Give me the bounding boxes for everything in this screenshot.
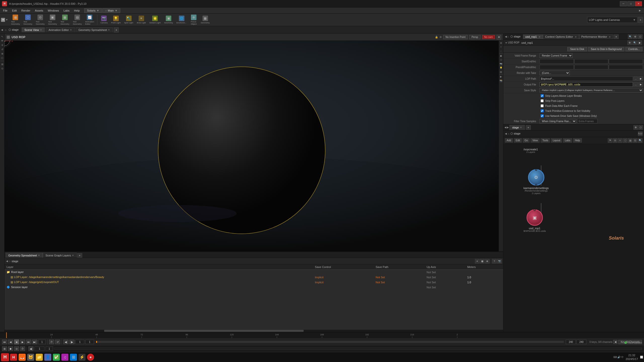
- anim-mode-btn[interactable]: ⏱: [20, 346, 25, 351]
- move-tool[interactable]: ✛: [1, 43, 4, 47]
- prev-frame-btn[interactable]: ◀: [8, 340, 13, 344]
- record-btn[interactable]: ⏺: [8, 346, 13, 351]
- camera-btn[interactable]: 📷 Camera: [99, 15, 109, 24]
- ng-chain-btn[interactable]: ⛓: [633, 138, 637, 143]
- node-graph-canvas[interactable]: Solaris /sopcreate1 2 Layers ⚙: [503, 144, 644, 332]
- add-stage-tab-btn[interactable]: +: [526, 125, 531, 130]
- tab-geometry-spreadsheet-bottom[interactable]: Geometry Spreadsheet ✕: [6, 253, 43, 258]
- transform-tool[interactable]: ⬡: [1, 56, 4, 60]
- frame-field-3[interactable]: [85, 340, 94, 344]
- rotate-tool[interactable]: ↺: [1, 48, 4, 51]
- show-desktop-btn[interactable]: ⬜: [640, 356, 643, 358]
- distant-light-btn[interactable]: 🌟 Distant Light: [148, 15, 162, 24]
- viewport-3d[interactable]: x y: [5, 41, 499, 251]
- start-btn[interactable]: H: [1, 353, 9, 361]
- play-btn[interactable]: ▶: [20, 340, 25, 344]
- prev-key2-btn[interactable]: ◀|: [28, 346, 33, 351]
- fps-input[interactable]: [46, 346, 53, 351]
- props-back-btn[interactable]: ◀: [505, 35, 507, 38]
- add-network-btn[interactable]: +: [638, 17, 643, 23]
- help-btn-bottom[interactable]: ?: [492, 259, 497, 263]
- node-karma[interactable]: ⚙ karmarendersettings /Render/rendersett…: [524, 169, 549, 195]
- gs-icon2[interactable]: ▦: [480, 259, 485, 263]
- vp-render-btn[interactable]: ▶: [499, 75, 503, 78]
- valid-frame-range-select[interactable]: Render Current Frame Render Frame Range: [540, 53, 573, 58]
- network-dropdown[interactable]: LOP Lights and Cameras: [589, 18, 620, 21]
- props-tab-context-options[interactable]: Context Options Editor ✕: [543, 34, 579, 39]
- gs-icon3[interactable]: ⊕: [485, 259, 490, 263]
- taskbar-user[interactable]: 👤: [44, 353, 52, 361]
- inc-field[interactable]: [609, 59, 643, 64]
- ng-list-btn[interactable]: ≡: [618, 138, 622, 143]
- stage-back-btn[interactable]: ◀: [504, 126, 506, 129]
- strip-layers-checkbox[interactable]: [541, 94, 544, 97]
- ng-view-menu[interactable]: View: [531, 138, 540, 143]
- vp-light-btn2[interactable]: 💡: [499, 66, 503, 70]
- vp-camera-btn2[interactable]: 📷: [499, 62, 503, 66]
- no-cam-btn[interactable]: No cam: [482, 35, 495, 39]
- add-tab-btn[interactable]: +: [114, 27, 119, 32]
- main-selector[interactable]: ⌂ Main ▼: [102, 8, 120, 13]
- skip-start-btn[interactable]: ⏮: [2, 340, 7, 344]
- ng-flag-btn[interactable]: ⚑: [608, 138, 612, 143]
- test-geometry-btn-6[interactable]: ▤ TestGeometry: [71, 14, 83, 26]
- handle-tool[interactable]: ⊙: [1, 67, 4, 70]
- props-home-btn[interactable]: ⌂: [507, 35, 509, 38]
- frame-input[interactable]: [34, 346, 45, 351]
- rop-btn1[interactable]: ⚙: [627, 40, 632, 45]
- timeline-slider[interactable]: [96, 341, 564, 343]
- realtime-btn[interactable]: ⏱: [49, 340, 54, 344]
- vp-wire-btn[interactable]: ⬡: [499, 58, 503, 62]
- tab-scene-graph-layers[interactable]: Scene Graph Layers ✕: [43, 253, 77, 258]
- preroll-start[interactable]: [540, 65, 574, 69]
- add-props-tab-btn[interactable]: +: [614, 34, 619, 39]
- taskbar-red[interactable]: ●: [87, 353, 95, 361]
- output-browse-btn[interactable]: …: [633, 82, 638, 87]
- ng-tools-menu[interactable]: Tools: [541, 138, 550, 143]
- taskbar-houdini[interactable]: H: [10, 353, 18, 361]
- audit-btn[interactable]: ⊙: [14, 346, 19, 351]
- vp-zoom-out-btn[interactable]: −: [499, 49, 503, 53]
- close-button[interactable]: ✕: [635, 1, 642, 6]
- geometry-btn[interactable]: ▣ Geometry: [163, 15, 174, 24]
- rop-btn3[interactable]: ▶: [637, 40, 642, 45]
- menu-assets[interactable]: Assets: [33, 9, 45, 13]
- prev-key-btn[interactable]: ◀|: [63, 340, 68, 344]
- menu-file[interactable]: File: [1, 9, 10, 13]
- maximize-button[interactable]: □: [627, 1, 634, 6]
- menu-labs[interactable]: Labs: [61, 9, 71, 13]
- end-field[interactable]: [574, 59, 609, 64]
- stage-fwd-btn[interactable]: ▶: [507, 126, 509, 129]
- props-tab-usd-rop1[interactable]: usd_rop1 ✕: [523, 34, 543, 39]
- track-prim-checkbox[interactable]: [541, 109, 544, 112]
- next-key-btn[interactable]: |▶: [69, 340, 74, 344]
- key-all-scroll-btn[interactable]: ◀: [613, 340, 617, 344]
- camera-select-btn[interactable]: Persp: [469, 35, 480, 39]
- gs-icon1[interactable]: ≡: [475, 259, 479, 263]
- vp-snapshot-btn[interactable]: 📸: [499, 79, 503, 82]
- node-usd-rop1[interactable]: ▣ usd_rop1 $HIPNAME.$OS.usda: [524, 209, 546, 232]
- ng-go-menu[interactable]: Go: [523, 138, 530, 143]
- strip-post-checkbox[interactable]: [541, 99, 544, 102]
- snap-tool[interactable]: ⊞: [1, 62, 4, 66]
- props-tab-performance[interactable]: Performance Monitor ✕: [579, 34, 613, 39]
- lop-path-field[interactable]: [540, 76, 633, 81]
- vp-shading-btn[interactable]: ▣: [499, 54, 503, 58]
- environment-btn[interactable]: 🌐 Environm...: [175, 15, 188, 24]
- ng-search-btn[interactable]: 🔍: [638, 138, 642, 143]
- lop-path-browse-btn[interactable]: …: [633, 76, 638, 81]
- rop-btn2[interactable]: 🔍: [632, 40, 637, 45]
- minimize-button[interactable]: ─: [620, 1, 627, 6]
- ng-edit-menu[interactable]: Edit: [514, 138, 522, 143]
- save-to-disk-btn[interactable]: Save to Disk: [567, 47, 587, 51]
- lop-path-pick-btn[interactable]: ▶: [638, 76, 643, 81]
- filter-time-select[interactable]: When Using Frame Ran...: [540, 119, 576, 123]
- stop-btn[interactable]: ■: [14, 339, 19, 344]
- taskbar-cat[interactable]: 🐱: [27, 353, 35, 361]
- ng-layout-menu[interactable]: Layout: [551, 138, 562, 143]
- taskbar-check[interactable]: ✅: [52, 353, 60, 361]
- preroll-end[interactable]: [574, 65, 609, 69]
- tab-animation-editor[interactable]: Animation Editor✕: [46, 27, 75, 32]
- test-geometry-btn-3[interactable]: ⊙ TestGeometry: [34, 14, 46, 26]
- test-geometry-btn-4[interactable]: ▣ TestGeometry: [47, 14, 58, 26]
